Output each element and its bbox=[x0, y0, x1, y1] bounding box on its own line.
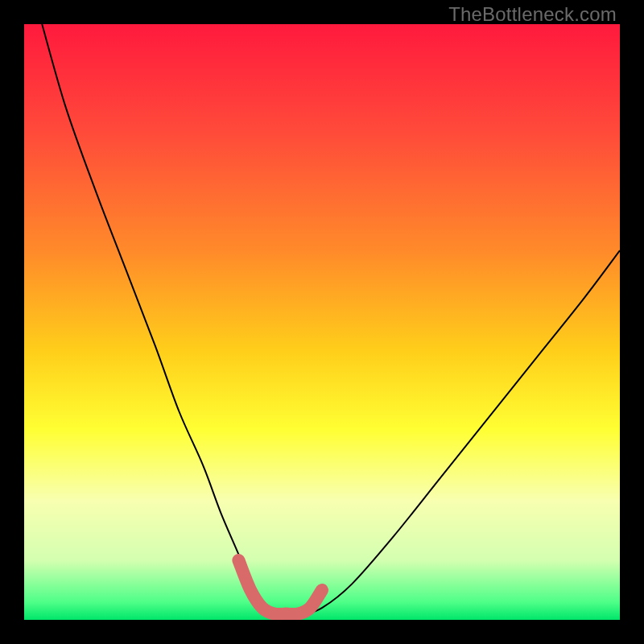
curve-overlay bbox=[24, 24, 620, 620]
plot-area bbox=[24, 24, 620, 620]
watermark-text: TheBottleneck.com bbox=[448, 3, 617, 26]
optimal-region-marker bbox=[238, 560, 322, 614]
chart-frame: TheBottleneck.com bbox=[0, 0, 644, 644]
bottleneck-curve bbox=[42, 24, 620, 615]
